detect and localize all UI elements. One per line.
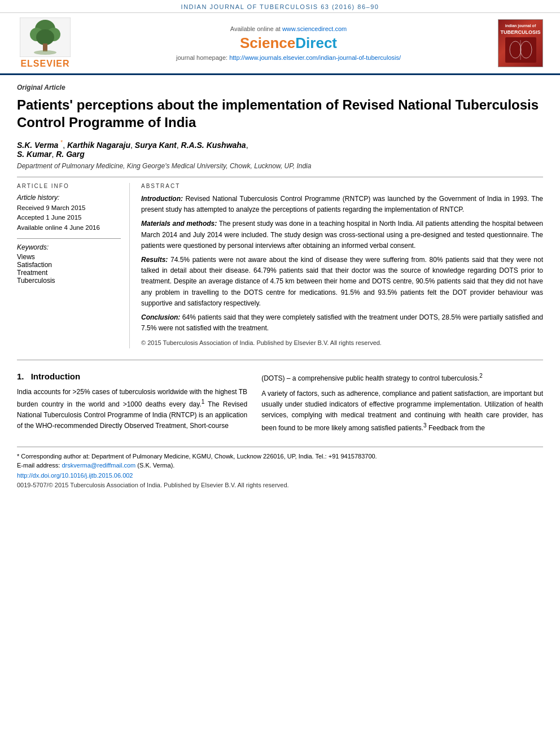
intro-left-col: 1. Introduction India accounts for >25% …: [17, 372, 247, 438]
keyword-views: Views: [17, 253, 121, 261]
corresponding-marker: *: [60, 139, 63, 146]
affiliation: Department of Pulmonary Medicine, King G…: [17, 162, 543, 170]
intro-para1: India accounts for >25% cases of tubercu…: [17, 387, 247, 432]
tb-cover-line2: TUBERCULOSIS: [501, 29, 541, 36]
ref3: 3: [423, 422, 427, 429]
article-info-label: ARTICLE INFO: [17, 183, 121, 189]
email-label: E-mail address:: [17, 462, 60, 469]
abstract-results-text: 74.5% patients were not aware about the …: [141, 256, 543, 307]
section-divider-1: [17, 360, 543, 360]
abstract-conclusion-label: Conclusion:: [141, 313, 182, 321]
abstract-results: Results: 74.5% patients were not aware a…: [141, 255, 543, 309]
intro-heading: 1. Introduction: [17, 372, 247, 381]
abstract-intro: Introduction: Revised National Tuberculo…: [141, 194, 543, 215]
svg-point-4: [36, 29, 54, 45]
keyword-treatment: Treatment: [17, 269, 121, 277]
introduction-section: 1. Introduction India accounts for >25% …: [17, 372, 543, 438]
tb-cover-line1: indian journal of: [501, 24, 541, 28]
keyword-satisfaction: Satisfaction: [17, 261, 121, 269]
tb-cover-image: [505, 37, 536, 63]
available-online-date: Available online 4 June 2016: [17, 223, 121, 233]
author-kushwaha: R.A.S. Kushwaha: [181, 141, 246, 150]
author-nagaraju: Karthik Nagaraju: [67, 141, 130, 150]
article-info-panel: ARTICLE INFO Article history: Received 9…: [17, 183, 130, 348]
author-garg: R. Garg: [56, 150, 85, 159]
corresponding-label: * Corresponding author at:: [17, 453, 90, 460]
abstract-conclusion: Conclusion: 64% patients said that they …: [141, 312, 543, 334]
abstract-methods: Materials and methods: The present study…: [141, 219, 543, 251]
author-verma: S.K. Verma: [17, 141, 58, 150]
abstract-copyright: © 2015 Tuberculosis Association of India…: [141, 338, 543, 348]
svg-point-6: [34, 50, 56, 55]
abstract-conclusion-text: 64% patients said that they were complet…: [141, 313, 543, 332]
journal-header-text: INDIAN JOURNAL OF TUBERCULOSIS 63 (2016)…: [181, 3, 379, 10]
intro-para2: A variety of factors, such as adherence,…: [261, 388, 543, 434]
abstract-methods-label: Materials and methods:: [141, 220, 219, 228]
corresponding-detail: Department of Pulmonary Medicine, KGMU, …: [91, 453, 377, 460]
article-type: Original Article: [17, 84, 543, 91]
journal-header-bar: INDIAN JOURNAL OF TUBERCULOSIS 63 (2016)…: [0, 0, 560, 13]
email-suffix: (S.K. Verma).: [137, 462, 174, 469]
center-header: Available online at www.sciencedirect.co…: [79, 25, 498, 61]
author-kumar: S. Kumar: [17, 150, 51, 159]
accepted-date: Accepted 1 June 2015: [17, 213, 121, 222]
abstract-intro-label: Introduction:: [141, 195, 185, 203]
sciencedirect-logo: ScienceDirect: [90, 34, 487, 52]
intro-section-title: Introduction: [31, 372, 80, 381]
tb-journal-cover: indian journal of TUBERCULOSIS: [498, 19, 543, 67]
abstract-intro-text: Revised National Tuberculosis Control Pr…: [141, 195, 543, 213]
doi-link[interactable]: http://dx.doi.org/10.1016/j.ijtb.2015.06…: [17, 472, 543, 479]
intro-section-number: 1.: [17, 372, 24, 381]
keyword-tuberculosis: Tuberculosis: [17, 277, 121, 285]
intro-para1-cont: (DOTS) – a comprehensive public health s…: [261, 372, 543, 384]
journal-homepage: journal homepage: http://www.journals.el…: [90, 54, 487, 61]
abstract-label: ABSTRACT: [141, 183, 543, 189]
abstract-results-label: Results:: [141, 256, 170, 264]
available-online-text: Available online at www.sciencedirect.co…: [90, 25, 487, 32]
email-address: drskverma@rediffmail.com: [62, 462, 135, 469]
divider-authors-body: [17, 177, 543, 177]
footnote-area: * Corresponding author at: Department of…: [17, 447, 543, 488]
elsevier-logo: ELSEVIER: [11, 18, 79, 69]
ref1: 1: [202, 399, 205, 405]
bottom-copyright: 0019-5707/© 2015 Tuberculosis Associatio…: [17, 482, 543, 488]
sd-logo-sci: Science: [240, 34, 295, 51]
email-note: E-mail address: drskverma@rediffmail.com…: [17, 461, 543, 470]
corresponding-author-note: * Corresponding author at: Department of…: [17, 452, 543, 461]
authors-line: S.K. Verma *, Karthik Nagaraju, Surya Ka…: [17, 139, 543, 159]
intro-left-text: India accounts for >25% cases of tubercu…: [17, 387, 247, 432]
info-divider: [17, 238, 121, 239]
ref2: 2: [479, 373, 483, 379]
author-kant: Surya Kant: [135, 141, 177, 150]
sd-logo-dir: Direct: [295, 34, 337, 51]
journal-url-link[interactable]: http://www.journals.elsevier.com/indian-…: [229, 54, 401, 61]
header-section: ELSEVIER Available online at www.science…: [0, 13, 560, 75]
article-title: Patients' perceptions about the implemen…: [17, 96, 543, 131]
sd-url-link[interactable]: www.sciencedirect.com: [282, 25, 347, 32]
intro-right-col: (DOTS) – a comprehensive public health s…: [261, 372, 543, 438]
intro-right-text: (DOTS) – a comprehensive public health s…: [261, 372, 543, 434]
main-content: Original Article Patients' perceptions a…: [0, 75, 560, 500]
elsevier-name: ELSEVIER: [20, 59, 69, 69]
doi-text: http://dx.doi.org/10.1016/j.ijtb.2015.06…: [17, 472, 133, 479]
elsevier-tree-icon: [20, 18, 71, 57]
received-date: Received 9 March 2015: [17, 203, 121, 213]
page: INDIAN JOURNAL OF TUBERCULOSIS 63 (2016)…: [0, 0, 560, 747]
svg-rect-5: [43, 43, 47, 51]
email-link[interactable]: drskverma@rediffmail.com: [62, 462, 137, 469]
article-body: ARTICLE INFO Article history: Received 9…: [17, 183, 543, 348]
abstract-text: Introduction: Revised National Tuberculo…: [141, 194, 543, 348]
article-history-label: Article history:: [17, 194, 121, 202]
keywords-label: Keywords:: [17, 243, 121, 251]
abstract-section: ABSTRACT Introduction: Revised National …: [141, 183, 543, 348]
